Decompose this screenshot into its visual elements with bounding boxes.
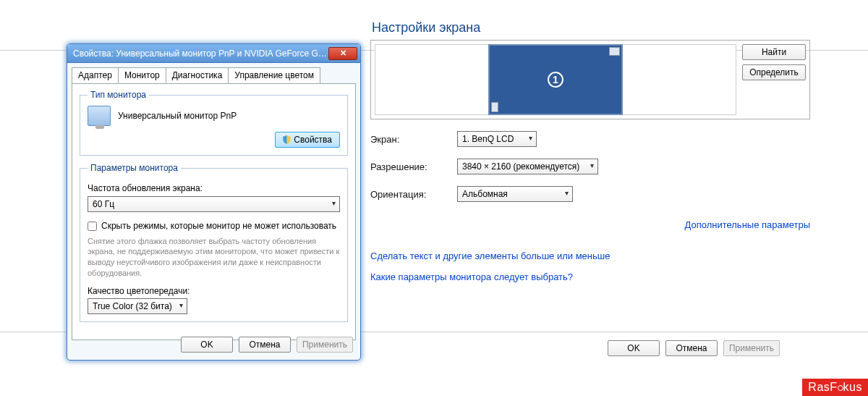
tab-diagnostics[interactable]: Диагностика — [166, 67, 229, 83]
monitor-params-legend: Параметры монитора — [88, 163, 181, 173]
orientation-dropdown[interactable]: Альбомная — [457, 186, 573, 202]
hide-modes-help-text: Снятие этого флажка позволяет выбрать ча… — [88, 236, 340, 279]
hide-modes-checkbox[interactable]: Скрыть режимы, которые монитор не может … — [88, 221, 336, 231]
advanced-settings-link[interactable]: Дополнительные параметры — [684, 219, 810, 230]
ok-button[interactable]: OK — [608, 340, 660, 356]
dialog-apply-button[interactable]: Применить — [297, 337, 353, 353]
detect-button[interactable]: Определить — [742, 64, 806, 80]
apply-button[interactable]: Применить — [723, 340, 780, 356]
hide-modes-input[interactable] — [88, 222, 97, 231]
color-quality-label: Качество цветопередачи: — [88, 286, 340, 296]
tab-adapter[interactable]: Адаптер — [72, 67, 119, 83]
find-button[interactable]: Найти — [742, 44, 806, 60]
properties-button[interactable]: Свойства — [275, 132, 340, 148]
monitor-preview-area: 1 Найти Определить — [370, 40, 810, 119]
monitor-params-group: Параметры монитора Частота обновления эк… — [80, 163, 348, 322]
dialog-title: Свойства: Универсальный монитор PnP и NV… — [73, 49, 328, 59]
window-thumbnail-icon — [609, 47, 620, 56]
dialog-cancel-button[interactable]: Отмена — [239, 337, 291, 353]
monitor-preview-1[interactable]: 1 — [488, 44, 623, 115]
screen-dropdown[interactable]: 1. BenQ LCD — [457, 131, 537, 147]
color-quality-dropdown[interactable]: True Color (32 бита) — [88, 298, 187, 314]
dialog-button-row: OK Отмена Применить — [181, 337, 353, 353]
dialog-ok-button[interactable]: OK — [181, 337, 233, 353]
dialog-titlebar[interactable]: Свойства: Универсальный монитор PnP и NV… — [67, 44, 360, 63]
display-preview[interactable]: 1 — [375, 44, 736, 115]
resolution-dropdown[interactable]: 3840 × 2160 (рекомендуется) — [457, 159, 598, 174]
monitor-number-badge: 1 — [548, 72, 563, 88]
monitor-type-legend: Тип монитора — [88, 90, 149, 100]
refresh-rate-label: Частота обновления экрана: — [88, 183, 340, 193]
properties-dialog: Свойства: Универсальный монитор PnP и NV… — [67, 43, 361, 361]
monitor-icon — [88, 106, 111, 126]
tab-color-management[interactable]: Управление цветом — [228, 67, 320, 83]
right-settings-panel: 1 Найти Определить Экран: 1. BenQ LCD Ра… — [370, 40, 810, 282]
hide-modes-label: Скрыть режимы, которые монитор не может … — [101, 221, 336, 231]
refresh-rate-dropdown[interactable]: 60 Гц — [88, 196, 340, 212]
properties-button-label: Свойства — [294, 135, 332, 145]
main-button-row: OK Отмена Применить — [608, 340, 780, 356]
dialog-body: Тип монитора Универсальный монитор PnP С… — [72, 83, 356, 340]
orientation-label: Ориентация: — [370, 189, 457, 200]
text-size-link[interactable]: Сделать текст и другие элементы больше и… — [370, 250, 610, 261]
screen-label: Экран: — [370, 134, 457, 145]
watermark: RasFkus — [802, 379, 868, 396]
tab-strip: Адаптер Монитор Диагностика Управление ц… — [67, 63, 360, 83]
shield-icon — [283, 135, 291, 144]
close-button[interactable]: ✕ — [328, 47, 357, 60]
resolution-label: Разрешение: — [370, 161, 457, 172]
page-title: Настройки экрана — [372, 20, 480, 35]
tab-monitor[interactable]: Монитор — [118, 67, 166, 83]
close-icon: ✕ — [340, 49, 346, 58]
monitor-name: Универсальный монитор PnP — [118, 111, 237, 121]
cancel-button[interactable]: Отмена — [665, 340, 718, 356]
window-thumbnail-icon — [491, 102, 498, 112]
monitor-type-group: Тип монитора Универсальный монитор PnP С… — [80, 90, 348, 156]
which-settings-link[interactable]: Какие параметры монитора следует выбрать… — [370, 271, 573, 282]
